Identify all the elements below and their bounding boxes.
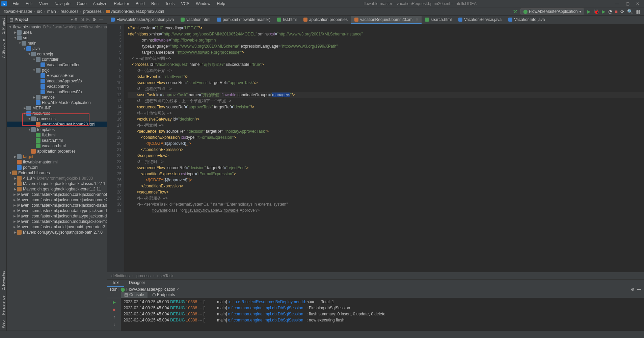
tree-arrow-icon[interactable]: ▶ [14,220,16,223]
code-line[interactable]: <exclusiveGateway id="decision"/> [128,116,644,122]
tree-arrow-icon[interactable]: ▼ [28,52,31,56]
coverage-button[interactable]: ▶ [600,9,607,14]
tool-tab[interactable]: 2: Favorites [1,268,6,293]
tree-row[interactable]: ▼resources [7,111,107,116]
profile-button[interactable]: ◔ [607,9,614,14]
designer-tab-designer[interactable]: Designer [124,280,150,287]
tool-tab[interactable]: 7: Structure [1,36,6,61]
code-line[interactable]: flowable:class="org.javaboy.flowable02.f… [128,207,644,213]
code-line[interactable]: <!-- -请假条流程图 --> [128,55,644,61]
line-number[interactable]: 4 [107,43,122,49]
debug-button[interactable]: 🐞 [592,9,600,14]
line-number[interactable]: 1 [107,25,122,31]
editor-tab[interactable]: vacation.html [177,16,214,24]
code-breadcrumb[interactable]: definitionsprocessuserTask [107,272,644,279]
line-number[interactable]: 9 [107,74,122,80]
code-line[interactable]: <!-- -流程的节点 --> [128,86,644,92]
code-line[interactable]: <sequenceFlow sourceRef="decision" targe… [128,128,644,134]
run-tab-endpoints[interactable]: ⬡Endpoints [149,292,178,298]
run-button[interactable]: ▶ [586,9,592,14]
tree-arrow-icon[interactable]: ▶ [14,177,17,180]
line-number[interactable]: 27 [107,183,122,189]
line-number[interactable]: 10 [107,80,122,86]
select-opened-file-icon[interactable]: ⊕ [73,17,79,22]
menu-analyze[interactable]: Analyze [89,1,110,6]
tree-arrow-icon[interactable]: ▶ [14,31,17,34]
expand-all-icon[interactable]: ⇲ [79,17,85,22]
code-line[interactable]: <!-- -流程节点间的线条，上一个节点和下一个节点--> [128,98,644,104]
scroll-up-button[interactable]: ↑ [111,314,117,320]
line-number[interactable]: 3 [107,37,122,43]
tool-tab[interactable]: 1: Project [1,16,6,36]
tree-row[interactable]: VacationInfo [7,84,107,89]
tree-row[interactable]: flowable-master.iml [7,159,107,165]
code-line[interactable]: <sequenceFlow sourceRef="decision" targe… [128,165,644,171]
ide-settings-icon[interactable]: ▦ [634,9,641,14]
tree-arrow-icon[interactable]: ▶ [23,106,26,110]
code-line[interactable]: <sequenceFlow sourceRef="approveTask" ta… [128,104,644,110]
code-line[interactable]: <startEvent id="startEvent"/> [128,74,644,80]
editor-tab[interactable]: pom.xml (flowable-master) [214,16,274,24]
tree-arrow-icon[interactable]: ▼ [32,58,36,61]
tree-row[interactable]: ▶Maven: com.fasterxml.jackson.core:jacks… [7,203,107,208]
stop-process-button[interactable]: ■ [111,307,117,312]
collapse-all-icon[interactable]: ⇱ [85,17,91,22]
line-number[interactable]: 23 [107,159,122,165]
line-number[interactable]: 8 [107,68,122,74]
tree-row[interactable]: vacationRequest.bpmn20.xml [7,122,107,127]
project-tree[interactable]: ▼flowable-masterD:\software\workspace\fl… [7,24,107,331]
tree-row[interactable]: ▼main [7,41,107,46]
line-number[interactable]: 12 [107,92,122,98]
breadcrumb-item[interactable]: flowable-master [3,9,36,14]
tree-row[interactable]: ▶< 1.8 >D:\environment\jdk\jdk-1.8u333 [7,176,107,181]
line-number[interactable]: 24 [107,165,122,171]
breadcrumb-item[interactable]: processes [82,9,105,14]
code-editor[interactable]: 1234567891011121314151617181920212223242… [107,24,644,272]
code-line[interactable]: <conditionExpression xsi:type="tFormalEx… [128,171,644,177]
line-number[interactable]: 15 [107,110,122,116]
tree-row[interactable]: ▶Maven: com.jayway.jsonpath:json-path:2.… [7,230,107,235]
code-line[interactable]: <![CDATA[${approved}]]> [128,140,644,147]
tree-arrow-icon[interactable]: ▶ [14,187,17,191]
line-number[interactable]: 18 [107,128,122,134]
run-tab-console[interactable]: ▤Console [121,292,147,298]
tree-row[interactable]: ▶.idea [7,30,107,35]
code-line[interactable]: targetNamespace="http://www.flowable.org… [128,49,644,55]
tree-arrow-icon[interactable]: ▼ [9,25,12,29]
code-line[interactable]: <conditionExpression xsi:type="tFormalEx… [128,134,644,140]
line-number[interactable]: 30 [107,201,122,207]
tree-arrow-icon[interactable]: ▼ [18,42,22,45]
menu-navigate[interactable]: Navigate [51,1,73,6]
tree-arrow-icon[interactable]: ▶ [14,214,16,218]
menu-help[interactable]: Help [213,1,228,6]
tree-row[interactable]: VacationApproveVo [7,78,107,84]
editor-tab[interactable]: VacationService.java [455,16,505,24]
code-line[interactable]: </sequenceFlow> [128,153,644,159]
run-config-selector[interactable]: ⬤ FlowAbleMasterApplication ▾ [520,8,584,15]
code-line[interactable]: <![CDATA[${!approved}]]> [128,177,644,183]
menu-view[interactable]: View [35,1,51,6]
tree-row[interactable]: ▼templates [7,127,107,132]
tree-arrow-icon[interactable]: ▼ [14,36,17,40]
code-line[interactable]: <process id="vacationRequest" name="请假条流… [128,61,644,68]
line-number[interactable]: 6 [107,55,122,61]
menu-window[interactable]: Window [192,1,213,6]
line-number[interactable]: 2 [107,31,122,37]
code-line[interactable]: <sequenceFlow sourceRef="startEvent" tar… [128,80,644,86]
code-content[interactable]: <?xml version="1.0" encoding="UTF-8"?><d… [124,24,644,272]
tree-row[interactable]: ▼pojo [7,68,107,73]
code-line[interactable]: typeLanguage="http://www.w3.org/2001/XML… [128,43,644,49]
line-number[interactable]: 16 [107,116,122,122]
tree-row[interactable]: ▼flowable-masterD:\software\workspace\fl… [7,24,107,30]
tree-row[interactable]: ▶Maven: com.fasterxml.jackson.core:jacks… [7,192,107,197]
console-output[interactable]: 2023-02-14 09:25:45.003 DEBUG 10388 --- … [121,298,644,331]
designer-tab-text[interactable]: Text [107,280,124,287]
menu-vcs[interactable]: VCS [177,1,192,6]
tree-arrow-icon[interactable]: ▼ [28,128,31,131]
tree-row[interactable]: ▼src [7,35,107,41]
hide-icon[interactable]: — [98,17,104,22]
tree-arrow-icon[interactable]: ▶ [14,225,16,229]
tool-tab[interactable]: Web [1,318,6,331]
code-line[interactable]: <definitions xmlns="http://www.omg.org/s… [128,31,644,37]
soft-wrap-button[interactable]: ↩ [111,329,117,331]
